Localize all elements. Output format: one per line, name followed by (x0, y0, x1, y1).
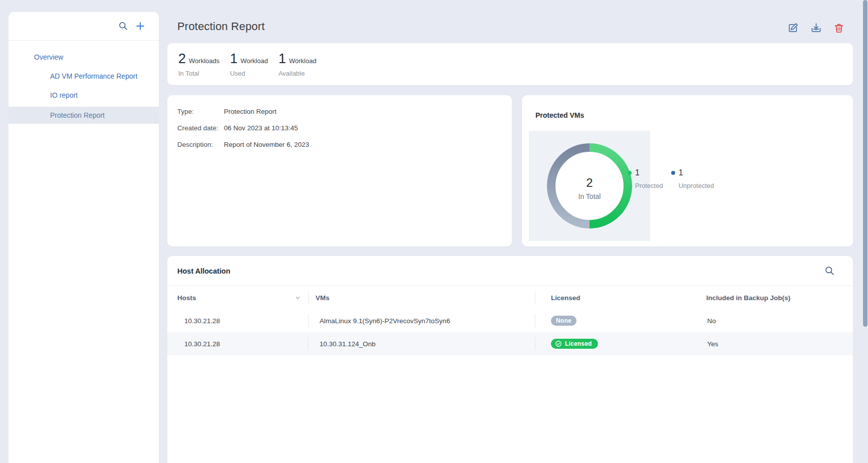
vm-cell: AlmaLinux 9.1(Syn6)-P2VrecovSyn7toSyn6 (320, 317, 450, 325)
stat-used-value: 1 (230, 51, 237, 67)
column-header-hosts[interactable]: Hosts (177, 294, 196, 302)
edit-icon[interactable] (787, 22, 799, 34)
stat-total-caption: In Total (178, 70, 219, 77)
stat-available-value: 1 (278, 51, 286, 67)
protected-vms-legend: 1 Protected 1 Unprotected (628, 168, 714, 189)
unprotected-dot-icon (671, 171, 675, 175)
column-divider (535, 291, 535, 304)
host-allocation-header: Host Allocation (167, 256, 853, 286)
stat-available-unit: Workload (289, 57, 317, 65)
detail-value: Protection Report (224, 107, 276, 116)
page-scrollbar[interactable] (863, 0, 867, 327)
sidebar-toolbar (9, 12, 159, 41)
protected-vms-title: Protected VMs (535, 111, 584, 119)
detail-label: Type: (177, 107, 224, 116)
vm-cell: 10.30.31.124_Onb (320, 340, 376, 348)
detail-value: 06 Nov 2023 at 10:13:45 (224, 124, 298, 133)
report-details-card: Type: Protection Report Created date: 06… (167, 95, 512, 247)
donut-center-value: 2 (586, 176, 593, 189)
table-row[interactable]: 10.30.21.28 10.30.31.124_Onb Licensed Ye… (167, 332, 853, 355)
header-actions (787, 22, 844, 34)
page-title: Protection Report (177, 20, 265, 33)
detail-value: Report of November 6, 2023 (224, 140, 309, 149)
stat-total-unit: Workloads (189, 57, 219, 65)
column-divider (535, 337, 535, 350)
download-icon[interactable] (810, 22, 822, 34)
detail-row-created-date: Created date: 06 Nov 2023 at 10:13:45 (177, 124, 502, 133)
column-divider (308, 291, 309, 304)
license-badge-none: None (551, 316, 576, 326)
column-divider (535, 314, 535, 327)
workload-stats-card: 2 Workloads In Total 1 Workload Used 1 W… (167, 43, 853, 85)
stat-total-value: 2 (178, 51, 186, 67)
license-badge-licensed: Licensed (551, 339, 598, 349)
sidebar: Overview AD VM Performance Report IO rep… (9, 12, 159, 463)
sidebar-item-ad-vm-performance-report[interactable]: AD VM Performance Report (9, 67, 159, 86)
table-row[interactable]: 10.30.21.28 AlmaLinux 9.1(Syn6)-P2Vrecov… (167, 309, 853, 332)
unprotected-count: 1 (679, 168, 683, 177)
search-icon[interactable] (118, 21, 128, 31)
stat-available-caption: Available (278, 70, 317, 77)
stat-used-unit: Workload (240, 57, 268, 65)
donut-center-label: In Total (578, 192, 601, 200)
protected-count: 1 (635, 168, 640, 177)
table-header-row: Hosts VMs Licensed Included in Backup Jo… (167, 286, 853, 309)
protected-dot-icon (628, 171, 632, 175)
sidebar-item-protection-report[interactable]: Protection Report (9, 107, 159, 124)
licensed-cell: Licensed (551, 339, 598, 349)
check-circle-icon (555, 340, 562, 347)
trash-icon[interactable] (833, 23, 844, 34)
detail-label: Description: (177, 140, 224, 149)
sidebar-item-io-report[interactable]: IO report (9, 86, 159, 105)
stat-available: 1 Workload Available (278, 51, 317, 77)
stat-used-caption: Used (230, 70, 268, 77)
column-header-included-in-backup[interactable]: Included in Backup Job(s) (706, 294, 790, 302)
detail-row-description: Description: Report of November 6, 2023 (177, 140, 502, 149)
plus-icon[interactable] (135, 21, 146, 32)
licensed-cell: None (551, 316, 576, 326)
chevron-down-icon[interactable] (295, 295, 301, 301)
protected-vms-card: Protected VMs 2 In Total 1 Protect (522, 95, 853, 247)
host-cell: 10.30.21.28 (184, 340, 220, 348)
host-allocation-title: Host Allocation (177, 267, 230, 275)
included-in-backup-cell: Yes (707, 340, 718, 348)
column-header-vms[interactable]: VMs (316, 294, 330, 302)
report-nav: Overview AD VM Performance Report IO rep… (9, 41, 159, 124)
table-search-icon[interactable] (824, 266, 835, 276)
legend-item-unprotected: 1 Unprotected (671, 168, 714, 189)
unprotected-label: Unprotected (679, 182, 714, 189)
column-header-licensed[interactable]: Licensed (551, 294, 581, 302)
legend-item-protected: 1 Protected (628, 168, 663, 189)
license-badge-label: Licensed (565, 340, 592, 347)
column-divider (308, 314, 309, 327)
protected-label: Protected (635, 182, 663, 189)
stat-total: 2 Workloads In Total (178, 51, 219, 77)
included-in-backup-cell: No (707, 317, 716, 325)
detail-label: Created date: (177, 124, 224, 133)
column-divider (308, 337, 309, 350)
detail-row-type: Type: Protection Report (177, 107, 502, 116)
stat-used: 1 Workload Used (230, 51, 268, 77)
sidebar-item-overview[interactable]: Overview (9, 48, 159, 67)
host-cell: 10.30.21.28 (184, 317, 220, 325)
host-allocation-card: Host Allocation Hosts VMs Licensed Inclu… (167, 256, 853, 463)
